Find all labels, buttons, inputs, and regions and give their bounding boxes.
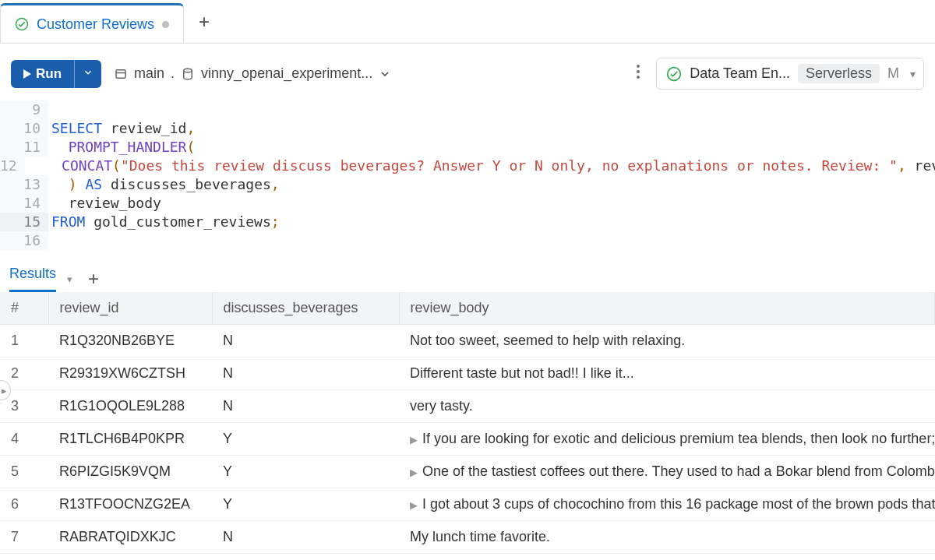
table-header-row: #review_iddiscusses_beveragesreview_body: [0, 292, 935, 325]
editor-line[interactable]: 16: [0, 231, 935, 250]
cell-review-id: R29319XW6CZTSH: [48, 357, 212, 390]
schema-name: vinny_openai_experiment...: [201, 65, 372, 82]
notebook-tab-active[interactable]: Customer Reviews: [0, 3, 184, 43]
cell-review-body: ▶I got about 3 cups of chocochino from t…: [399, 488, 935, 521]
check-icon: [15, 17, 29, 31]
editor-line[interactable]: 15FROM gold_customer_reviews;: [0, 213, 935, 231]
line-number: 13: [0, 175, 48, 194]
cell-review-id: R1G1OQOLE9L288: [48, 390, 212, 423]
catalog-name: main: [134, 65, 164, 82]
line-number: 12: [0, 157, 25, 175]
catalog-icon: [114, 67, 128, 81]
editor-line[interactable]: 9: [0, 100, 935, 119]
line-number: 11: [0, 138, 48, 157]
expand-row-icon[interactable]: ▶: [410, 499, 418, 511]
cluster-name: Data Team En...: [690, 65, 790, 82]
cell-discusses-beverages: N: [212, 521, 399, 554]
cell-discusses-beverages: Y: [212, 488, 399, 521]
svg-point-2: [184, 69, 192, 72]
cell-discusses-beverages: N: [212, 325, 399, 357]
add-results-tab-button[interactable]: +: [88, 268, 99, 290]
results-tab[interactable]: Results: [9, 266, 56, 292]
table-row[interactable]: 6R13TFOOCNZG2EAY▶I got about 3 cups of c…: [0, 488, 935, 521]
cell-review-id: R1TLCH6B4P0KPR: [48, 423, 212, 456]
expand-row-icon[interactable]: ▶: [410, 434, 418, 446]
cell-review-id: RABRATQIDXKJC: [48, 521, 212, 554]
code-content[interactable]: FROM gold_customer_reviews;: [48, 213, 280, 231]
cell-discusses-beverages: Y: [212, 423, 399, 456]
cell-discusses-beverages: N: [212, 357, 399, 390]
svg-point-3: [637, 65, 640, 68]
database-icon: [181, 67, 195, 81]
run-button[interactable]: Run: [11, 60, 74, 88]
cell-review-body: ▶One of the tastiest coffees out there. …: [399, 456, 935, 488]
row-index: 6: [0, 488, 48, 521]
table-row[interactable]: 1R1Q320NB26BYENNot too sweet, seemed to …: [0, 325, 935, 357]
chevron-right-icon: ▸: [2, 385, 7, 396]
expand-row-icon[interactable]: ▶: [410, 467, 418, 478]
table-row[interactable]: 4R1TLCH6B4P0KPRY▶If you are looking for …: [0, 423, 935, 456]
notebook-tab-strip: Customer Reviews +: [0, 0, 935, 44]
line-number: 14: [0, 194, 48, 213]
compute-picker[interactable]: Data Team En... Serverless M ▾: [656, 58, 924, 90]
cell-review-id: R6PIZGI5K9VQM: [48, 456, 212, 488]
code-content[interactable]: review_body: [48, 194, 161, 213]
code-content[interactable]: SELECT review_id,: [48, 119, 195, 138]
editor-line[interactable]: 14 review_body: [0, 194, 935, 213]
editor-line[interactable]: 11 PROMPT_HANDLER(: [0, 138, 935, 157]
editor-line[interactable]: 12 CONCAT("Does this review discuss beve…: [0, 157, 935, 175]
kebab-menu-button[interactable]: [628, 61, 648, 86]
svg-point-6: [668, 67, 681, 80]
results-table: #review_iddiscusses_beveragesreview_body…: [0, 292, 935, 554]
kebab-icon: [636, 64, 640, 79]
new-tab-button[interactable]: +: [184, 0, 224, 43]
serverless-badge: Serverless: [798, 64, 880, 83]
table-row[interactable]: 7RABRATQIDXKJCNMy lunch time favorite.: [0, 521, 935, 554]
row-index: 7: [0, 521, 48, 554]
row-index: 4: [0, 423, 48, 456]
sql-editor[interactable]: 910SELECT review_id,11 PROMPT_HANDLER(12…: [0, 100, 935, 256]
cell-review-id: R13TFOOCNZG2EA: [48, 488, 212, 521]
code-content[interactable]: PROMPT_HANDLER(: [48, 138, 195, 157]
cell-review-body: ▶If you are looking for exotic and delic…: [399, 423, 935, 456]
run-dropdown-button[interactable]: [74, 60, 101, 88]
notebook-tab-label: Customer Reviews: [37, 16, 154, 33]
svg-rect-1: [116, 69, 125, 78]
code-content[interactable]: CONCAT("Does this review discuss beverag…: [25, 157, 935, 175]
cell-review-body: Different taste but not bad!! I like it.…: [399, 357, 935, 390]
run-button-group: Run: [11, 60, 101, 88]
catalog-separator: .: [171, 65, 175, 82]
table-row[interactable]: 5R6PIZGI5K9VQMY▶One of the tastiest coff…: [0, 456, 935, 488]
line-number: 10: [0, 119, 48, 138]
column-header[interactable]: review_body: [399, 292, 935, 325]
column-header[interactable]: #: [0, 292, 48, 325]
svg-point-4: [637, 70, 640, 73]
check-icon: [666, 66, 682, 82]
line-number: 15: [0, 213, 48, 231]
row-index: 5: [0, 456, 48, 488]
cell-review-body: Not too sweet, seemed to help with relax…: [399, 325, 935, 357]
column-header[interactable]: discusses_beverages: [212, 292, 399, 325]
editor-toolbar: Run main . vinny_openai_experiment... Da…: [0, 44, 935, 100]
code-content[interactable]: [48, 100, 51, 119]
results-tab-bar: Results ▾ +: [0, 256, 935, 292]
row-index: 1: [0, 325, 48, 357]
cell-review-id: R1Q320NB26BYE: [48, 325, 212, 357]
line-number: 9: [0, 100, 48, 119]
code-content[interactable]: [48, 231, 51, 250]
line-number: 16: [0, 231, 48, 250]
editor-line[interactable]: 10SELECT review_id,: [0, 119, 935, 138]
cell-discusses-beverages: Y: [212, 456, 399, 488]
chevron-down-icon[interactable]: ▾: [67, 273, 72, 285]
code-content[interactable]: ) AS discusses_beverages,: [48, 175, 280, 194]
column-header[interactable]: review_id: [48, 292, 212, 325]
editor-line[interactable]: 13 ) AS discusses_beverages,: [0, 175, 935, 194]
chevron-down-icon: ▾: [910, 68, 916, 80]
unsaved-dot-icon: [162, 21, 169, 28]
table-row[interactable]: 3R1G1OQOLE9L288Nvery tasty.: [0, 390, 935, 423]
catalog-schema-picker[interactable]: main . vinny_openai_experiment...: [114, 65, 391, 82]
cell-review-body: very tasty.: [399, 390, 935, 423]
svg-point-5: [637, 76, 640, 79]
cluster-size: M: [887, 65, 899, 82]
table-row[interactable]: 2R29319XW6CZTSHNDifferent taste but not …: [0, 357, 935, 390]
